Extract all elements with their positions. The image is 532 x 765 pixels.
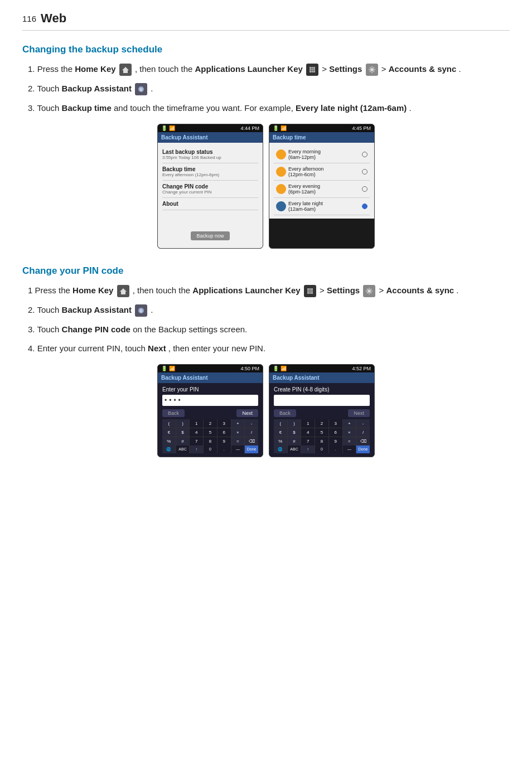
- svg-point-10: [370, 68, 374, 71]
- step-1-3-period: .: [409, 103, 411, 113]
- statusbar-pin2: 🔋 📶 4:52 PM: [269, 365, 374, 372]
- key-8-1[interactable]: 8: [204, 437, 217, 446]
- step-1-1-press: Press the: [37, 64, 75, 74]
- key-dollar-1[interactable]: $: [176, 428, 190, 437]
- key-shift-1[interactable]: ↑: [190, 446, 203, 453]
- key-6-2[interactable]: 6: [329, 428, 342, 437]
- key-3-1[interactable]: 3: [217, 419, 231, 428]
- svg-rect-17: [307, 290, 309, 292]
- key-zero-2[interactable]: 0: [315, 446, 328, 453]
- step-2-1-period: .: [456, 285, 458, 295]
- key-zero-1[interactable]: 0: [204, 446, 217, 453]
- step-1-3-number: 3. Touch: [28, 103, 62, 113]
- key-del-1[interactable]: ⌫: [245, 437, 258, 446]
- key-2-1[interactable]: 2: [204, 419, 217, 428]
- key-pct-2[interactable]: %: [274, 437, 287, 446]
- key-del-2[interactable]: ⌫: [356, 437, 370, 446]
- key-globe-1[interactable]: 🌐: [162, 446, 176, 453]
- menu-item-last-backup: Last backup status 3:55pm Today 106 Back…: [162, 146, 258, 163]
- key-rparen-1[interactable]: ): [176, 419, 190, 428]
- pin-back-btn-1[interactable]: Back: [162, 409, 185, 417]
- key-lparen-2[interactable]: (: [274, 419, 287, 428]
- key-plus-1[interactable]: +: [231, 419, 245, 428]
- step-1-2-text: 2. Touch Backup Assistant B .: [28, 84, 153, 93]
- key-1-1[interactable]: 1: [190, 419, 203, 428]
- pin-back-btn-2[interactable]: Back: [274, 409, 296, 417]
- key-minus-2[interactable]: -: [356, 419, 370, 428]
- key-minus-1[interactable]: -: [245, 419, 258, 428]
- key-plus-2[interactable]: +: [343, 419, 356, 428]
- key-times-1[interactable]: ×: [231, 428, 245, 437]
- time-label-latenight: Every late night(12am-6am): [288, 201, 362, 212]
- step-2-1-settings: Settings: [327, 285, 360, 295]
- menu-item-about-title: About: [162, 201, 258, 207]
- step-2-1: 1 Press the Home Key , then touch the Ap…: [22, 284, 510, 297]
- svg-rect-20: [307, 292, 309, 294]
- key-lparen-1[interactable]: (: [162, 419, 176, 428]
- phone-screenshot-enter-pin: 🔋 📶 4:50 PM Backup Assistant Enter your …: [157, 364, 263, 457]
- key-slash-1[interactable]: /: [245, 428, 258, 437]
- time-row-afternoon: Every afternoon(12pm-6cm): [274, 163, 370, 181]
- key-done-2[interactable]: Done: [356, 446, 370, 453]
- statusbar-1: 🔋 📶 4:44 PM: [158, 124, 263, 132]
- step-1-1-number: 1.: [28, 64, 37, 74]
- pin-content-2: Create PIN (4-8 digits) Back Next ( ) 1 …: [269, 383, 374, 457]
- statusbar-pin2-time: 4:52 PM: [352, 366, 371, 371]
- key-dash-1[interactable]: —: [231, 446, 245, 453]
- pin-next-btn-1[interactable]: Next: [236, 409, 258, 417]
- key-slash-2[interactable]: /: [356, 428, 370, 437]
- key-dot-1[interactable]: .: [217, 446, 231, 453]
- svg-rect-21: [309, 292, 311, 294]
- key-3-2[interactable]: 3: [329, 419, 342, 428]
- apps-icon: [306, 64, 318, 76]
- key-hash-1[interactable]: #: [176, 437, 190, 446]
- key-abc-2[interactable]: ABC: [288, 446, 301, 453]
- phone-title-pin1: Backup Assistant: [158, 372, 263, 383]
- menu-item-last-backup-sub: 3:55pm Today 106 Backed up: [162, 155, 258, 160]
- phone-title-1-text: Backup Assistant: [161, 134, 208, 141]
- section-change-pin: Change your PIN code 1 Press the Home Ke…: [22, 265, 510, 457]
- key-9-1[interactable]: 9: [217, 437, 231, 446]
- statusbar-2: 🔋 📶 4:45 PM: [269, 124, 374, 132]
- key-done-1[interactable]: Done: [245, 446, 258, 453]
- key-euro-2[interactable]: €: [274, 428, 287, 437]
- key-eq-2[interactable]: =: [343, 437, 356, 446]
- key-globe-2[interactable]: 🌐: [274, 446, 287, 453]
- key-8-2[interactable]: 8: [315, 437, 328, 446]
- key-rparen-2[interactable]: ): [288, 419, 301, 428]
- key-euro-1[interactable]: €: [162, 428, 176, 437]
- key-4-2[interactable]: 4: [301, 428, 315, 437]
- pin-next-btn-2[interactable]: Next: [348, 409, 370, 417]
- backup-assistant-icon: B: [135, 83, 147, 95]
- key-4-1[interactable]: 4: [190, 428, 203, 437]
- step-1-3-text: 3. Touch Backup time and touch the timef…: [28, 103, 412, 113]
- step-1-1-period: .: [459, 64, 461, 74]
- key-5-2[interactable]: 5: [315, 428, 328, 437]
- step-2-3: 3. Touch Change PIN code on the Backup s…: [22, 323, 510, 336]
- screenshots-row-1: 🔋 📶 4:44 PM Backup Assistant Last backup…: [22, 124, 510, 249]
- key-dash-2[interactable]: —: [343, 446, 356, 453]
- svg-rect-4: [309, 69, 311, 71]
- svg-rect-1: [309, 67, 311, 69]
- settings-icon: [366, 64, 378, 76]
- key-times-2[interactable]: ×: [343, 428, 356, 437]
- key-2-2[interactable]: 2: [315, 419, 328, 428]
- time-row-morning: Every morning(6am-12pm): [274, 146, 370, 163]
- svg-rect-9: [313, 71, 315, 72]
- key-abc-1[interactable]: ABC: [176, 446, 190, 453]
- phone-screenshot-backup-menu: 🔋 📶 4:44 PM Backup Assistant Last backup…: [157, 124, 263, 249]
- phone-content-2: Every morning(6am-12pm) Every afternoon(…: [269, 143, 374, 219]
- key-5-1[interactable]: 5: [204, 428, 217, 437]
- key-1-2[interactable]: 1: [301, 419, 315, 428]
- key-shift-2[interactable]: ↑: [301, 446, 315, 453]
- key-6-1[interactable]: 6: [217, 428, 231, 437]
- key-9-2[interactable]: 9: [329, 437, 342, 446]
- key-eq-1[interactable]: =: [231, 437, 245, 446]
- key-dot-2[interactable]: .: [329, 446, 342, 453]
- key-7-2[interactable]: 7: [301, 437, 315, 446]
- key-hash-2[interactable]: #: [288, 437, 301, 446]
- key-pct-1[interactable]: %: [162, 437, 176, 446]
- key-7-1[interactable]: 7: [190, 437, 203, 446]
- numpad-bottom-1: 🌐 ABC ↑ 0 . — Done: [162, 446, 258, 453]
- key-dollar-2[interactable]: $: [288, 428, 301, 437]
